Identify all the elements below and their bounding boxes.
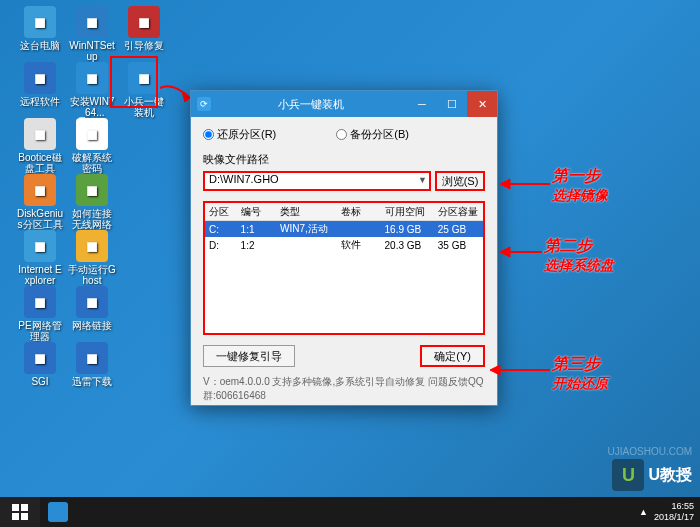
clock[interactable]: 16:55 2018/1/17: [654, 501, 694, 523]
desktop-icon[interactable]: ■迅雷下载: [68, 342, 116, 387]
step1-annotation: 第一步 选择镜像: [552, 166, 608, 205]
desktop-icon[interactable]: ■如何连接无线网络: [68, 174, 116, 230]
svg-rect-8: [21, 504, 28, 511]
desktop-icon[interactable]: ■DiskGenius分区工具: [16, 174, 64, 230]
arrow-step2: [500, 244, 544, 260]
desktop-icon[interactable]: ■引导修复: [120, 6, 168, 51]
window-title: 小兵一键装机: [215, 97, 407, 112]
desktop-icon[interactable]: ■PE网络管理器: [16, 286, 64, 342]
app-window: ⟳ 小兵一键装机 ─ ☐ ✕ 还原分区(R) 备份分区(B) 映像文件路径 D:…: [190, 90, 498, 406]
desktop-icon[interactable]: ■破解系统密码: [68, 118, 116, 174]
version-text: V：oem4.0.0.0 支持多种镜像,多系统引导自动修复 问题反馈QQ群:60…: [203, 375, 485, 403]
app-icon: ⟳: [197, 97, 211, 111]
browse-button[interactable]: 浏览(S): [435, 171, 485, 191]
step3-annotation: 第三步 开始还原: [552, 354, 608, 393]
taskbar[interactable]: ▲ 16:55 2018/1/17: [0, 497, 700, 527]
arrow-step1: [500, 176, 552, 192]
desktop-icon[interactable]: ■手动运行Ghost: [68, 230, 116, 286]
table-header: 分区 编号 类型 卷标 可用空间 分区容量: [205, 203, 483, 221]
table-row[interactable]: C:1:1WIN7,活动16.9 GB25 GB: [205, 221, 483, 237]
svg-rect-9: [12, 513, 19, 520]
minimize-button[interactable]: ─: [407, 91, 437, 117]
maximize-button[interactable]: ☐: [437, 91, 467, 117]
partition-table[interactable]: 分区 编号 类型 卷标 可用空间 分区容量 C:1:1WIN7,活动16.9 G…: [203, 201, 485, 335]
desktop-icon[interactable]: ■网络链接: [68, 286, 116, 331]
image-path-input[interactable]: D:\WIN7.GHO ▼: [203, 171, 431, 191]
desktop-icon[interactable]: ■WinNTSetup: [68, 6, 116, 62]
backup-radio[interactable]: 备份分区(B): [336, 127, 409, 142]
table-row[interactable]: D:1:2软件20.3 GB35 GB: [205, 237, 483, 253]
desktop-icon[interactable]: ■安装WIN7_64...: [68, 62, 116, 118]
start-button[interactable]: [0, 497, 40, 527]
system-tray[interactable]: ▲ 16:55 2018/1/17: [639, 501, 700, 523]
branding-logo: U U教授: [612, 459, 692, 491]
svg-marker-2: [500, 179, 510, 189]
tray-icon[interactable]: ▲: [639, 507, 648, 517]
svg-marker-4: [500, 247, 510, 257]
close-button[interactable]: ✕: [467, 91, 497, 117]
step2-annotation: 第二步 选择系统盘: [544, 236, 614, 275]
arrow-step3: [490, 362, 552, 378]
svg-rect-7: [12, 504, 19, 511]
restore-radio[interactable]: 还原分区(R): [203, 127, 276, 142]
desktop-icon[interactable]: ■SGI: [16, 342, 64, 387]
watermark: UJIAOSHOU.COM: [608, 446, 692, 457]
desktop-icon[interactable]: ■Bootice磁盘工具: [16, 118, 64, 174]
icon-highlight: [110, 56, 158, 108]
svg-marker-6: [490, 365, 500, 375]
dropdown-icon[interactable]: ▼: [418, 175, 427, 185]
desktop-icon[interactable]: ■这台电脑: [16, 6, 64, 51]
desktop-icon[interactable]: ■远程软件: [16, 62, 64, 107]
path-label: 映像文件路径: [203, 152, 485, 167]
desktop-icon[interactable]: ■Internet Explorer: [16, 230, 64, 286]
repair-boot-button[interactable]: 一键修复引导: [203, 345, 295, 367]
taskbar-app-icon[interactable]: [40, 497, 76, 527]
titlebar[interactable]: ⟳ 小兵一键装机 ─ ☐ ✕: [191, 91, 497, 117]
ok-button[interactable]: 确定(Y): [420, 345, 485, 367]
svg-rect-10: [21, 513, 28, 520]
